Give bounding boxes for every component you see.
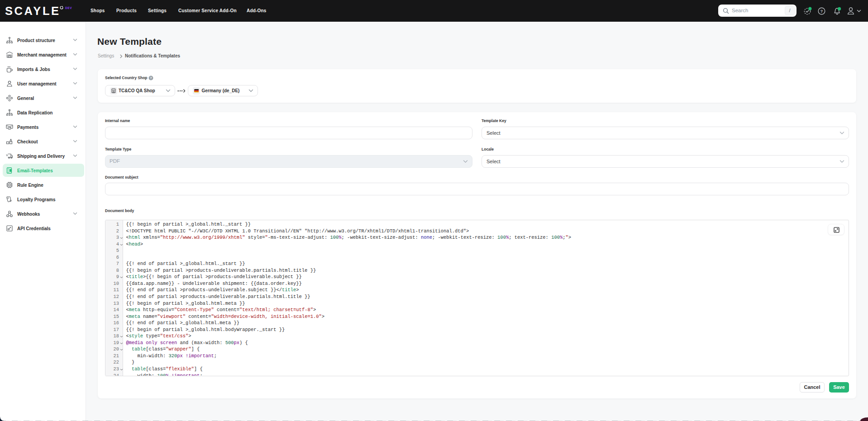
svg-text:?: ? [820,9,823,14]
svg-text:?: ? [150,76,152,80]
